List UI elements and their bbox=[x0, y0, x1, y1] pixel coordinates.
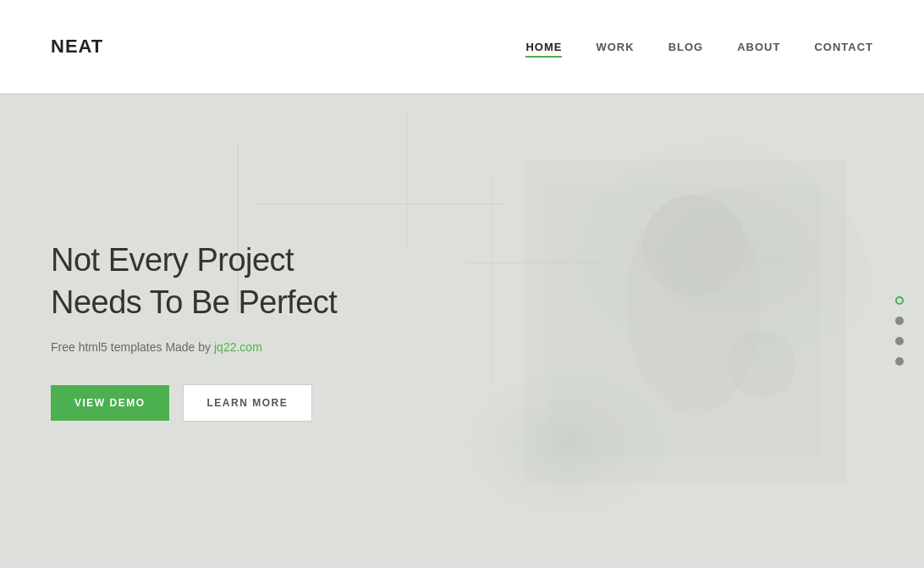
nav-links: HOME WORK BLOG ABOUT CONTACT bbox=[525, 39, 873, 54]
nav-item-contact[interactable]: CONTACT bbox=[814, 39, 873, 54]
navbar: NEAT HOME WORK BLOG ABOUT CONTACT bbox=[0, 0, 924, 93]
nav-item-work[interactable]: WORK bbox=[596, 39, 634, 54]
nav-link-blog[interactable]: BLOG bbox=[668, 41, 704, 53]
nav-link-contact[interactable]: CONTACT bbox=[814, 41, 873, 53]
view-demo-button[interactable]: VIEW DEMO bbox=[51, 385, 169, 421]
hero-buttons: VIEW DEMO LEARN MORE bbox=[51, 384, 381, 422]
slide-dot-1[interactable] bbox=[895, 296, 904, 305]
nav-link-home[interactable]: HOME bbox=[525, 41, 562, 58]
hero-section: Not Every Project Needs To Be Perfect Fr… bbox=[0, 93, 924, 568]
nav-item-about[interactable]: ABOUT bbox=[737, 39, 780, 54]
site-logo: NEAT bbox=[51, 36, 103, 58]
svg-rect-6 bbox=[254, 203, 508, 204]
learn-more-button[interactable]: LEARN MORE bbox=[183, 384, 313, 422]
svg-point-12 bbox=[626, 195, 762, 415]
hero-subtitle-link[interactable]: jq22.com bbox=[214, 340, 262, 354]
nav-link-work[interactable]: WORK bbox=[596, 41, 634, 53]
hero-subtitle-text: Free html5 templates Made by bbox=[51, 340, 214, 354]
nav-item-blog[interactable]: BLOG bbox=[668, 39, 704, 54]
nav-item-home[interactable]: HOME bbox=[525, 39, 562, 54]
slide-indicators bbox=[895, 296, 904, 366]
nav-link-about[interactable]: ABOUT bbox=[737, 41, 780, 53]
slide-dot-4[interactable] bbox=[895, 357, 904, 366]
slide-dot-2[interactable] bbox=[895, 317, 904, 325]
hero-content: Not Every Project Needs To Be Perfect Fr… bbox=[0, 240, 381, 422]
slide-dot-3[interactable] bbox=[895, 337, 904, 345]
svg-rect-5 bbox=[491, 178, 492, 381]
hero-title: Not Every Project Needs To Be Perfect bbox=[51, 240, 381, 323]
hero-subtitle: Free html5 templates Made by jq22.com bbox=[51, 340, 381, 354]
svg-rect-4 bbox=[406, 110, 408, 245]
